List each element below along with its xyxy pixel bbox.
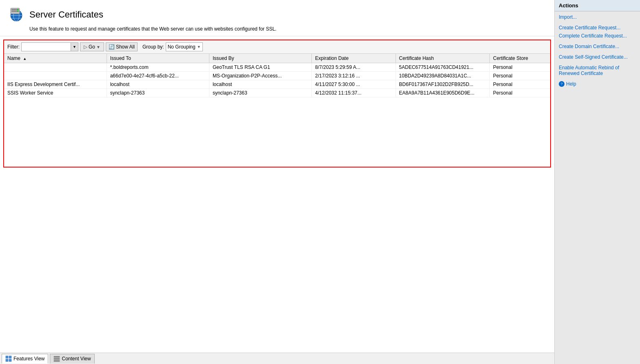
table-row[interactable]: SSIS Worker Servicesynclapn-27363synclap… — [4, 89, 550, 97]
svg-rect-10 — [6, 356, 8, 358]
group-by-select[interactable]: No Grouping ▼ — [166, 42, 203, 51]
svg-rect-15 — [54, 358, 60, 360]
cell-row2-col4: BD6F017367AF1302D2FB925D... — [396, 80, 489, 89]
features-view-icon — [5, 355, 12, 362]
import-link[interactable]: Import... — [559, 14, 577, 20]
cell-row1-col4: 10BDA2D49239A8D84031A1C... — [396, 72, 489, 80]
action-item-complete-cert-req[interactable]: Complete Certificate Request... — [555, 32, 640, 40]
svg-rect-14 — [54, 356, 60, 357]
cell-row0-col0 — [4, 63, 107, 72]
col-header-name[interactable]: Name ▲ — [4, 54, 107, 63]
cell-row2-col0: IIS Express Development Certif... — [4, 80, 107, 89]
action-item-create-cert-req[interactable]: Create Certificate Request... — [555, 24, 640, 32]
cell-row2-col1: localhost — [107, 80, 209, 89]
action-item-help[interactable]: ? Help — [555, 80, 640, 88]
below-table-area — [0, 168, 554, 353]
certificates-table: Name ▲ Issued To Issued By Expiration Da… — [4, 54, 550, 97]
cell-row3-col2: synclapn-27363 — [209, 89, 311, 97]
svg-point-8 — [18, 9, 19, 10]
go-label: Go — [89, 44, 95, 50]
cell-row0-col3: 8/7/2023 5:29:59 A... — [312, 63, 396, 72]
show-all-button[interactable]: 🔄 Show All — [106, 42, 138, 51]
enable-rebind-link[interactable]: Enable Automatic Rebind of Renewed Certi… — [559, 65, 619, 76]
go-button[interactable]: ▷ Go ▼ — [80, 42, 104, 51]
cell-row1-col1: a66d7e00-4e27-4cf6-a5cb-22... — [107, 72, 209, 80]
action-item-enable-rebind[interactable]: Enable Automatic Rebind of Renewed Certi… — [555, 64, 640, 77]
action-item-import[interactable]: Import... — [555, 13, 640, 21]
actions-list: Import... Create Certificate Request... … — [555, 11, 640, 90]
action-item-create-domain-cert[interactable]: Create Domain Certificate... — [555, 42, 640, 51]
filter-input[interactable] — [22, 43, 71, 51]
cell-row3-col0: SSIS Worker Service — [4, 89, 107, 97]
header-description: Use this feature to request and manage c… — [29, 26, 546, 32]
name-sort-arrow: ▲ — [23, 57, 27, 61]
filter-label: Filter: — [7, 44, 20, 50]
cell-row3-col4: EA8A9A7B11A4361E905D6D9E... — [396, 89, 489, 97]
svg-rect-11 — [9, 356, 11, 358]
svg-rect-13 — [9, 359, 11, 362]
page-header: Server Certificates Use this feature to … — [0, 0, 554, 36]
cell-row0-col5: Personal — [490, 63, 551, 72]
cell-row1-col3: 2/17/2023 3:12:16 ... — [312, 72, 396, 80]
cell-row3-col5: Personal — [490, 89, 551, 97]
actions-panel-header: Actions — [555, 0, 640, 11]
col-header-expiration-date[interactable]: Expiration Date — [312, 54, 396, 63]
go-filter-icon: ▷ — [84, 44, 87, 50]
cell-row2-col3: 4/11/2027 5:30:00 ... — [312, 80, 396, 89]
cell-row0-col4: 5ADEC677514A91763CD41921... — [396, 63, 489, 72]
cell-row3-col1: synclapn-27363 — [107, 89, 209, 97]
tab-features-view[interactable]: Features View — [2, 354, 48, 364]
action-item-create-self-signed[interactable]: Create Self-Signed Certificate... — [555, 53, 640, 61]
empty-table-space — [4, 97, 550, 167]
group-by-dropdown-arrow: ▼ — [197, 45, 201, 49]
cell-row1-col2: MS-Organization-P2P-Access... — [209, 72, 311, 80]
group-by-value: No Grouping — [168, 44, 196, 50]
server-certificates-icon — [8, 7, 24, 23]
svg-rect-16 — [54, 360, 60, 362]
col-header-cert-store[interactable]: Certificate Store — [490, 54, 551, 63]
bottom-tab-bar: Features View Content View — [0, 353, 554, 364]
header-title-row: Server Certificates — [8, 7, 546, 23]
page-title: Server Certificates — [29, 9, 103, 20]
table-row[interactable]: *.boldreports.comGeoTrust TLS RSA CA G18… — [4, 63, 550, 72]
cell-row0-col1: *.boldreports.com — [107, 63, 209, 72]
col-header-issued-to[interactable]: Issued To — [107, 54, 209, 63]
table-row[interactable]: IIS Express Development Certif...localho… — [4, 80, 550, 89]
tab-content-view[interactable]: Content View — [50, 354, 94, 364]
cell-row0-col2: GeoTrust TLS RSA CA G1 — [209, 63, 311, 72]
features-view-label: Features View — [13, 356, 44, 362]
table-row[interactable]: a66d7e00-4e27-4cf6-a5cb-22...MS-Organiza… — [4, 72, 550, 80]
cell-row1-col5: Personal — [490, 72, 551, 80]
cell-row2-col5: Personal — [490, 80, 551, 89]
create-self-signed-link[interactable]: Create Self-Signed Certificate... — [559, 54, 628, 60]
help-icon: ? — [559, 81, 564, 87]
group-by-label: Group by: — [142, 44, 164, 50]
col-header-cert-hash[interactable]: Certificate Hash — [396, 54, 489, 63]
content-view-label: Content View — [62, 356, 91, 362]
content-view-icon — [53, 355, 60, 362]
show-all-label: Show All — [116, 44, 135, 50]
filter-dropdown-button[interactable]: ▼ — [71, 43, 78, 51]
actions-panel: Actions Import... Create Certificate Req… — [554, 0, 640, 364]
filter-bar: Filter: ▼ ▷ Go ▼ 🔄 Show All Group by: No… — [4, 40, 550, 54]
create-domain-cert-link[interactable]: Create Domain Certificate... — [559, 44, 619, 49]
svg-rect-12 — [6, 359, 8, 362]
svg-point-9 — [18, 11, 19, 12]
cell-row3-col3: 4/12/2032 11:15:37... — [312, 89, 396, 97]
cell-row2-col2: localhost — [209, 80, 311, 89]
show-all-icon: 🔄 — [109, 44, 115, 50]
cell-row1-col0 — [4, 72, 107, 80]
col-header-issued-by[interactable]: Issued By — [209, 54, 311, 63]
go-dropdown-arrow: ▼ — [96, 45, 100, 49]
create-cert-request-link[interactable]: Create Certificate Request... — [559, 25, 620, 31]
complete-cert-request-link[interactable]: Complete Certificate Request... — [559, 33, 627, 39]
filter-input-wrapper: ▼ — [21, 42, 78, 51]
help-link[interactable]: Help — [566, 81, 576, 87]
